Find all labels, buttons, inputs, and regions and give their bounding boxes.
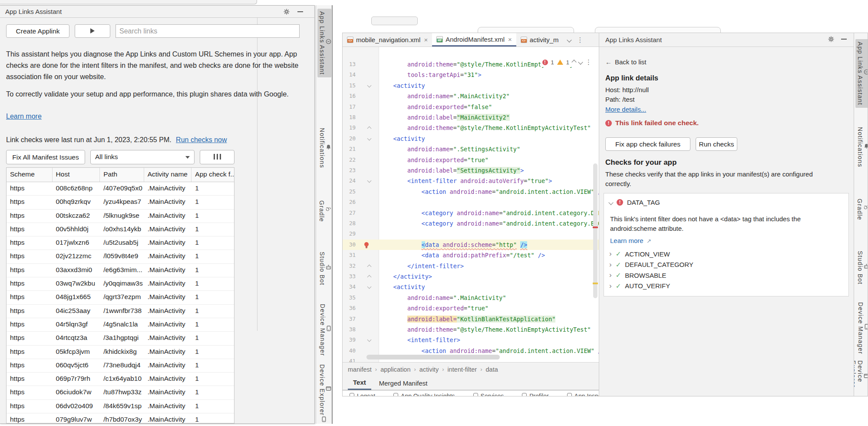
close-icon[interactable]: × xyxy=(424,36,428,43)
tool-window-button-services[interactable]: Services xyxy=(473,392,504,396)
close-icon[interactable]: × xyxy=(508,36,512,43)
tool-window-button-profiler[interactable]: Profiler xyxy=(522,392,548,396)
more-options-icon[interactable]: ⋮ xyxy=(585,58,592,66)
fold-marker-icon[interactable] xyxy=(367,83,372,87)
code-line[interactable]: 29 xyxy=(343,229,599,239)
code-line[interactable]: 31<data android:pathPrefix="/test" /> xyxy=(343,250,599,260)
tabs-menu-icon[interactable]: ⋮ xyxy=(577,36,584,44)
tool-strip-item-device-manager[interactable]: Device Manager xyxy=(855,300,868,357)
code-line[interactable]: 37android:label="KotlinBlankTestApplicat… xyxy=(343,314,599,324)
fold-marker-icon[interactable] xyxy=(367,264,372,269)
fold-marker-icon[interactable] xyxy=(367,136,372,140)
code-line[interactable]: 39<intent-filter> xyxy=(343,335,599,345)
links-filter-dropdown[interactable]: All links xyxy=(90,150,195,164)
code-line[interactable]: 33</activity> xyxy=(343,271,599,282)
code-line[interactable]: 22android:exported="true" xyxy=(343,155,599,165)
code-line[interactable]: 25<action android:name="android.intent.a… xyxy=(343,186,599,197)
editor-view-tab-merged-manifest[interactable]: Merged Manifest xyxy=(374,376,433,390)
tool-window-button-app-inspection[interactable]: App Inspection xyxy=(567,392,599,396)
inspections-widget[interactable]: !1 1 ⋮ xyxy=(541,57,594,67)
code-line[interactable]: 27<category android:name="android.intent… xyxy=(343,208,599,218)
run-checks-button[interactable]: Run checks xyxy=(696,137,737,151)
check-row-default_category[interactable]: ›✓DEFAULT_CATEGORY xyxy=(609,261,693,269)
editor-view-tab-text[interactable]: Text xyxy=(348,376,371,390)
window-titlebar[interactable]: App Links Assistant xyxy=(0,6,314,18)
table-row[interactable]: https00v5hhld0j/o0xhs14ykb.MainActivity1 xyxy=(7,223,234,236)
breadcrumb-item-intent-filter[interactable]: intent-filter xyxy=(448,366,477,373)
previous-issue-icon[interactable] xyxy=(571,60,576,64)
fold-marker-icon[interactable] xyxy=(367,338,372,342)
table-row[interactable]: https02jv21zzmc/l059v8t4e9.MainActivity1 xyxy=(7,250,234,263)
table-row[interactable]: https06ciudok7w/tu87hwp33z.MainActivity1 xyxy=(7,386,234,399)
code-line[interactable]: 20<activity xyxy=(343,133,599,144)
fold-marker-icon[interactable] xyxy=(367,126,372,131)
code-line[interactable]: 16android:name=".MainActivity2" xyxy=(343,91,599,101)
tool-window-button-logcat[interactable]: Logcat xyxy=(350,392,375,396)
run-play-button[interactable] xyxy=(75,24,110,38)
code-line[interactable]: 24<intent-filter android:autoVerify="tru… xyxy=(343,176,599,186)
tool-window-button-app-quality-insights[interactable]: App Quality Insights xyxy=(393,392,455,396)
table-row[interactable]: https04rtcqtz3a/3a1hgptqgi.MainActivity1 xyxy=(7,332,234,345)
code-line[interactable]: 15<activity xyxy=(343,80,599,91)
code-line[interactable]: 19android:theme="@style/Theme.KotlinEmpt… xyxy=(343,123,599,133)
next-issue-icon[interactable] xyxy=(578,60,583,64)
vertical-scrollbar[interactable] xyxy=(593,163,597,298)
tool-strip-item-device-explorer[interactable]: Device Explorer xyxy=(317,362,331,418)
breadcrumb-item-application[interactable]: application xyxy=(380,366,410,373)
table-header-cell[interactable]: Path xyxy=(100,168,144,182)
code-line[interactable]: 26 xyxy=(343,197,599,207)
table-row[interactable]: https05kfcp3jvm/khidckix8g.MainActivity1 xyxy=(7,346,234,359)
tool-strip-item-gradle[interactable]: Gradle xyxy=(317,198,331,225)
horizontal-scrollbar[interactable] xyxy=(366,355,500,359)
minimize-icon[interactable] xyxy=(841,39,847,40)
back-to-list-link[interactable]: ←Back to list xyxy=(605,58,647,66)
tool-strip-item-app-links-assistant[interactable]: App Links Assistant xyxy=(317,9,331,77)
warning-stripe-mark[interactable] xyxy=(593,283,598,284)
create-applink-button[interactable]: Create Applink xyxy=(6,24,69,38)
code-line[interactable]: 38android:theme="@style/Theme.KotlinEmpt… xyxy=(343,324,599,335)
table-row[interactable]: https03wq7w2kbu/y0qqimaw3s.MainActivity1 xyxy=(7,277,234,291)
more-details-link[interactable]: More details... xyxy=(605,106,646,113)
table-row[interactable]: https04r5lqn3gf/4g5nalc1la.MainActivity1 xyxy=(7,318,234,332)
code-line[interactable]: 18android:label="MainActivity2" xyxy=(343,112,599,123)
editor[interactable]: 13android:theme="@style/Theme.KotlinEmpt… xyxy=(343,47,599,362)
table-row[interactable]: https04ic253aay/1wwnfbr738.MainActivity1 xyxy=(7,305,234,318)
minimize-icon[interactable] xyxy=(297,11,303,12)
check-row-action_view[interactable]: ›✓ACTION_VIEW xyxy=(609,250,670,258)
tool-strip-item-studio-bot[interactable]: Studio Bot xyxy=(317,249,331,288)
table-row[interactable]: https06dv02o409/84k659v1sp.MainActivity1 xyxy=(7,400,234,413)
table-header-cell[interactable]: Scheme xyxy=(7,168,53,182)
table-row[interactable]: https048jg1x665/qgrt37ezpm.MainActivity1 xyxy=(7,291,234,304)
table-header-cell[interactable]: Host xyxy=(53,168,100,182)
tool-strip-item-app-links-assistant[interactable]: App Links Assistant xyxy=(855,39,868,108)
fold-marker-icon[interactable] xyxy=(367,285,372,289)
columns-view-button[interactable] xyxy=(200,150,234,164)
code-line[interactable]: 14tools:targetApi="31"> xyxy=(343,70,599,80)
code-line[interactable]: 36android:exported="true" xyxy=(343,303,599,313)
editor-tab-mobile_navigation-xml[interactable]: <>mobile_navigation.xml× xyxy=(343,33,432,47)
tool-strip-item-device-explorer[interactable]: Device Explorer xyxy=(855,358,868,396)
table-row[interactable]: https00tskcza62/5lknugk9se.MainActivity1 xyxy=(7,210,234,223)
check-row-browsable[interactable]: ›✓BROWSABLE xyxy=(609,271,666,279)
breadcrumb-item-manifest[interactable]: manifest xyxy=(348,366,372,373)
device-icon[interactable] xyxy=(321,416,327,422)
code-line[interactable]: 17android:exported="false" xyxy=(343,102,599,112)
tool-strip-item-notifications[interactable]: Notifications xyxy=(855,124,868,170)
panel-titlebar[interactable]: App Links Assistant xyxy=(599,33,854,47)
table-row[interactable]: https079g9luv7w/h7bd07ox3y.MainActivity1 xyxy=(7,413,234,423)
code-line[interactable]: 35android:name=".MainActivity" xyxy=(343,293,599,303)
table-row[interactable]: https060qv5jct6/73ne8udqj4.MainActivity1 xyxy=(7,359,234,373)
code-line[interactable]: 28<category android:name="android.intent… xyxy=(343,218,599,229)
search-input[interactable] xyxy=(116,24,300,38)
gear-icon[interactable] xyxy=(283,8,290,15)
table-header-cell[interactable]: Activity name xyxy=(144,168,192,182)
code-line[interactable]: 30<data android:scheme="http" /> xyxy=(343,240,599,250)
breadcrumb-item-activity[interactable]: activity xyxy=(419,366,439,373)
tool-strip-item-device-manager[interactable]: Device Manager xyxy=(317,301,331,359)
run-checks-now-link[interactable]: Run checks now xyxy=(176,136,227,143)
table-header-cell[interactable]: App check f... xyxy=(191,168,234,182)
fix-all-manifest-issues-button[interactable]: Fix All Manifest Issues xyxy=(6,150,85,164)
table-row[interactable]: https008c6z68np/407e09q5x0.MainActivity1 xyxy=(7,182,234,196)
code-line[interactable]: 34<activity xyxy=(343,282,599,292)
fold-marker-icon[interactable] xyxy=(367,275,372,280)
